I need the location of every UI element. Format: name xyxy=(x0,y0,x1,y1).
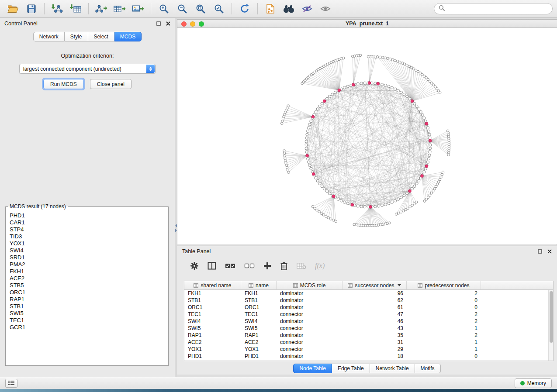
mcds-result-node[interactable]: YOX1 xyxy=(10,240,167,247)
save-button[interactable] xyxy=(23,2,40,16)
cell-successor-nodes: 96 xyxy=(343,290,407,296)
tab-edge-table[interactable]: Edge Table xyxy=(332,364,370,373)
main-toolbar xyxy=(0,0,557,18)
mcds-result-node[interactable]: STP4 xyxy=(10,226,167,233)
mcds-result-node[interactable]: SRD1 xyxy=(10,254,167,261)
refresh-button[interactable] xyxy=(236,2,253,16)
select-all-button[interactable] xyxy=(225,262,235,269)
zoom-in-button[interactable] xyxy=(155,2,173,16)
cell-name: ACE2 xyxy=(241,339,277,345)
close-icon[interactable] xyxy=(166,21,170,26)
mcds-result-node[interactable]: FKH1 xyxy=(10,268,167,275)
clone-network-button[interactable] xyxy=(262,2,279,16)
export-network-button[interactable] xyxy=(93,2,110,16)
maximize-window-icon[interactable] xyxy=(199,21,204,27)
column-header-name[interactable]: name xyxy=(241,281,277,289)
memory-button[interactable]: Memory xyxy=(515,378,552,388)
table-row[interactable]: ACE2ACE2connector311 xyxy=(184,339,553,346)
float-icon[interactable] xyxy=(538,249,542,254)
export-table-button[interactable] xyxy=(111,2,128,16)
cell-shared-name: ACE2 xyxy=(184,339,241,345)
run-mcds-button[interactable]: Run MCDS xyxy=(43,79,84,89)
mcds-result-node[interactable]: RAP1 xyxy=(10,296,167,303)
deselect-all-button[interactable] xyxy=(244,262,255,269)
columns-button[interactable] xyxy=(208,262,216,270)
mcds-result-node[interactable]: STB1 xyxy=(10,303,167,310)
network-canvas[interactable] xyxy=(177,28,557,244)
tab-select[interactable]: Select xyxy=(88,32,114,41)
table-row[interactable]: SWI4SWI4dominator462 xyxy=(184,318,553,325)
network-window-titlebar[interactable]: YPA_prune.txt_1 xyxy=(177,20,557,28)
column-header-shared-name[interactable]: shared name xyxy=(184,281,241,289)
cell-name: TEC1 xyxy=(241,311,277,317)
import-network-button[interactable] xyxy=(48,2,66,16)
zoom-selected-button[interactable] xyxy=(210,2,228,16)
column-header-mcds-role[interactable]: MCDS role xyxy=(277,281,343,289)
tab-node-table[interactable]: Node Table xyxy=(293,364,332,373)
save-icon xyxy=(27,4,36,13)
zoom-out-button[interactable] xyxy=(173,2,191,16)
cell-predecessor-nodes: 2 xyxy=(407,318,481,324)
mcds-result-node[interactable]: CAR1 xyxy=(10,219,167,226)
close-panel-button[interactable]: Close panel xyxy=(90,79,131,89)
delete-row-button[interactable] xyxy=(280,261,288,270)
cell-name: RAP1 xyxy=(241,332,277,338)
mcds-result-node[interactable]: TEC1 xyxy=(10,317,167,324)
delete-table-button[interactable] xyxy=(297,262,306,269)
binoculars-icon xyxy=(283,4,294,14)
mcds-result-node[interactable]: PHD1 xyxy=(10,212,167,219)
column-header-predecessor-nodes[interactable]: predecessor nodes xyxy=(407,281,481,289)
open-folder-button[interactable] xyxy=(4,2,22,16)
table-row[interactable]: TEC1TEC1connector472 xyxy=(184,311,553,318)
mcds-result-node[interactable]: PMA2 xyxy=(10,261,167,268)
fx-button[interactable]: f(x) xyxy=(315,262,325,270)
search-input[interactable] xyxy=(447,6,548,12)
cell-predecessor-nodes: 1 xyxy=(407,346,481,352)
criterion-select[interactable]: largest connected component (undirected) xyxy=(19,64,156,74)
zoom-fit-button[interactable] xyxy=(192,2,209,16)
close-icon[interactable] xyxy=(547,249,552,254)
show-hide-icon xyxy=(320,4,331,13)
table-row[interactable]: ORC1ORC1dominator610 xyxy=(184,304,553,311)
tab-mcds[interactable]: MCDS xyxy=(114,32,142,41)
table-row[interactable]: SWI5SWI5connector431 xyxy=(184,325,553,332)
mcds-result-node[interactable]: STB5 xyxy=(10,282,167,289)
minimize-window-icon[interactable] xyxy=(190,21,195,27)
mcds-result-node[interactable]: GCR1 xyxy=(10,324,167,331)
tab-network-table[interactable]: Network Table xyxy=(370,364,415,373)
column-header-successor-nodes[interactable]: successor nodes xyxy=(343,281,407,289)
cell-predecessor-nodes: 2 xyxy=(407,332,481,338)
table-row[interactable]: STB1STB1dominator620 xyxy=(184,297,553,304)
mcds-result-node[interactable]: ACE2 xyxy=(10,275,167,282)
toggle-graphics-button[interactable] xyxy=(298,2,316,16)
float-icon[interactable] xyxy=(156,21,161,26)
export-image-button[interactable] xyxy=(129,2,147,16)
panel-menu-button[interactable] xyxy=(5,379,17,388)
table-scrollbar[interactable] xyxy=(548,290,553,361)
cell-shared-name: TEC1 xyxy=(184,311,241,317)
table-row[interactable]: PHD1PHD1dominator180 xyxy=(184,353,553,360)
search-box[interactable] xyxy=(434,3,553,14)
mcds-result-node[interactable]: ORC1 xyxy=(10,289,167,296)
show-hide-button[interactable] xyxy=(317,2,334,16)
mcds-result-node[interactable]: SWI5 xyxy=(10,310,167,317)
tab-motifs[interactable]: Motifs xyxy=(415,364,441,373)
table-row[interactable]: RAP1RAP1dominator352 xyxy=(184,332,553,339)
binoculars-button[interactable] xyxy=(280,2,298,16)
tab-style[interactable]: Style xyxy=(65,32,88,41)
mcds-result-node[interactable]: SWI4 xyxy=(10,247,167,254)
import-table-button[interactable] xyxy=(67,2,84,16)
table-row[interactable]: YOX1YOX1connector291 xyxy=(184,346,553,353)
gear-button[interactable] xyxy=(190,261,199,270)
mcds-result-node[interactable]: TID3 xyxy=(10,233,167,240)
close-window-icon[interactable] xyxy=(181,21,187,27)
search-icon xyxy=(439,5,445,13)
table-row[interactable]: FKH1FKH1dominator962 xyxy=(184,290,553,297)
scrollbar-thumb[interactable] xyxy=(550,291,553,343)
toolbar-separator xyxy=(257,3,258,14)
status-bar: Memory xyxy=(0,377,557,389)
tab-network[interactable]: Network xyxy=(33,32,65,41)
add-row-button[interactable] xyxy=(263,262,271,270)
table-mini-icon xyxy=(293,283,298,288)
toolbar-separator xyxy=(151,3,151,14)
